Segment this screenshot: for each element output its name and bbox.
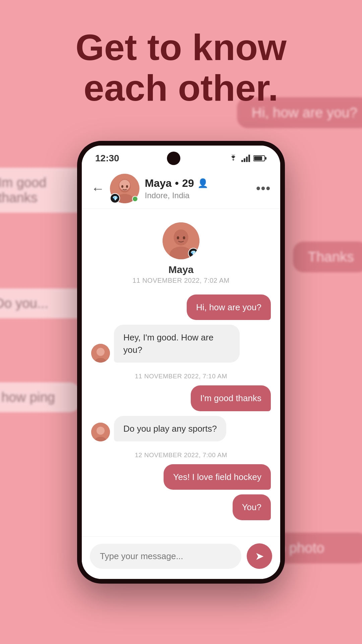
message-row-3: I'm good thanks: [91, 385, 271, 411]
wifi-icon: [228, 155, 239, 162]
send-button[interactable]: ➤: [247, 543, 272, 569]
svg-rect-0: [241, 160, 243, 162]
svg-point-10: [119, 180, 130, 191]
svg-point-23: [97, 427, 105, 435]
chat-input-area: ➤: [82, 536, 280, 579]
message-input[interactable]: [90, 544, 241, 569]
svg-rect-5: [254, 156, 262, 160]
message-bubble-2: Hey, I'm good. How are you?: [114, 325, 240, 363]
message-bubble-4: Do you play any sports?: [114, 416, 226, 441]
header-avatar-container: 💎: [110, 174, 139, 203]
status-icons: [228, 155, 267, 162]
more-options-button[interactable]: •••: [256, 181, 271, 196]
received-avatar-2: [91, 423, 110, 441]
svg-point-12: [126, 185, 128, 188]
chat-header: ← 💎: [82, 168, 280, 209]
chat-body: 💎 Maya 11 NOVEMBER 2022, 7:02 AM Hi, how…: [82, 209, 280, 536]
svg-point-14: [174, 229, 188, 246]
svg-point-18: [183, 236, 185, 239]
message-bubble-5: Yes! I love field hockey: [164, 464, 271, 490]
chat-profile-avatar: 💎: [163, 222, 199, 259]
header-name: Maya • 29 👤: [145, 177, 256, 190]
timestamp-2: 12 NOVEMBER 2022, 7:00 AM: [91, 451, 271, 459]
person-icon: 👤: [197, 178, 208, 189]
svg-rect-1: [244, 158, 245, 162]
header-info: Maya • 29 👤 Indore, India: [145, 177, 256, 200]
svg-rect-6: [265, 157, 266, 160]
phone-screen: 12:30: [82, 146, 280, 579]
chat-profile-name: Maya: [168, 264, 193, 275]
bg-bubble-thanks: Thanks: [293, 241, 362, 272]
timestamp-1: 11 NOVEMBER 2022, 7:10 AM: [91, 373, 271, 380]
chat-profile-date: 11 NOVEMBER 2022, 7:02 AM: [132, 277, 229, 284]
phone-frame: 12:30: [77, 141, 285, 584]
status-bar: 12:30: [82, 146, 280, 168]
header-location: Indore, India: [145, 191, 256, 200]
notch: [167, 152, 180, 165]
signal-icon: [241, 155, 251, 162]
svg-point-20: [97, 348, 105, 356]
header-badge: 💎: [110, 193, 120, 203]
message-row-5: Yes! I love field hockey: [91, 464, 271, 490]
bg-bubble-how-ping: how ping: [0, 382, 80, 412]
send-icon: ➤: [255, 550, 264, 562]
message-row-4: Do you play any sports?: [91, 416, 271, 441]
main-heading: Get to know each other.: [0, 27, 362, 108]
battery-icon: [253, 155, 267, 162]
online-indicator: [132, 196, 138, 202]
svg-rect-3: [248, 155, 250, 162]
message-bubble-1: Hi, how are you?: [187, 294, 271, 320]
svg-rect-2: [246, 157, 248, 162]
received-avatar-1: [91, 344, 110, 363]
back-button[interactable]: ←: [91, 181, 105, 196]
svg-point-11: [121, 185, 123, 188]
heading-line1: Get to know: [0, 27, 362, 67]
status-time: 12:30: [95, 153, 119, 164]
message-bubble-6: You?: [233, 494, 271, 520]
heading-line2: each other.: [0, 67, 362, 108]
svg-point-17: [177, 236, 179, 239]
message-row-1: Hi, how are you?: [91, 294, 271, 320]
chat-profile-badge: 💎: [188, 248, 199, 259]
message-bubble-3: I'm good thanks: [191, 385, 271, 411]
chat-profile-section: 💎 Maya 11 NOVEMBER 2022, 7:02 AM: [91, 216, 271, 284]
phone-container: 12:30: [77, 141, 285, 584]
message-row-2: Hey, I'm good. How are you?: [91, 325, 271, 363]
message-row-6: You?: [91, 494, 271, 520]
